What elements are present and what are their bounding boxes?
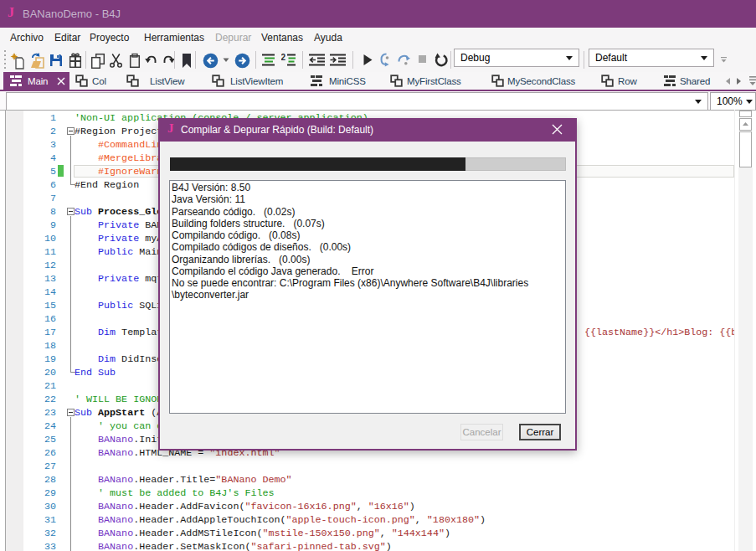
svg-text:2: 2 [281, 53, 286, 62]
